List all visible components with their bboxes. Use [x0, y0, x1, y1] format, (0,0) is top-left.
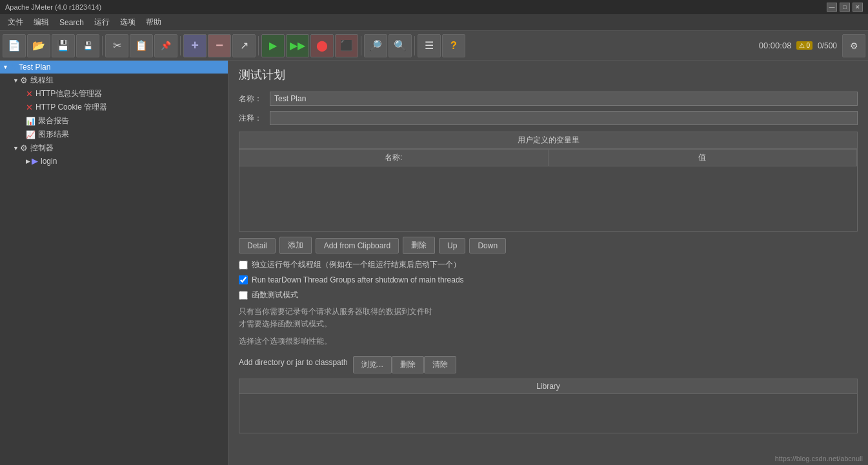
icon-thread-group: ⚙: [20, 75, 28, 85]
run-independent-row: 独立运行每个线程组（例如在一个组运行结束后启动下一个）: [239, 259, 858, 270]
watermark: https://blog.csdn.net/abcnull: [775, 455, 863, 462]
cut-button[interactable]: ✂: [105, 34, 128, 57]
action-buttons: Detail 添加 Add from Clipboard 删除 Up Down: [239, 237, 858, 254]
desc-line2: 才需要选择函数测试模式。: [239, 318, 858, 330]
user-vars-table: 名称: 值: [239, 149, 858, 232]
user-vars-header: 用户定义的变量里: [239, 132, 858, 149]
tree-node-http-cookie[interactable]: ✕ HTTP Cookie 管理器: [0, 101, 228, 114]
save-as-button[interactable]: 💾: [76, 34, 99, 57]
stop-button[interactable]: ⬤: [310, 34, 334, 57]
menu-run[interactable]: 运行: [89, 15, 115, 30]
arrow-test-plan: ▼: [3, 64, 8, 70]
menu-help[interactable]: 帮助: [141, 15, 167, 30]
run-independent-checkbox[interactable]: [239, 261, 248, 270]
menu-file[interactable]: 文件: [3, 15, 28, 30]
save-button[interactable]: 💾: [52, 34, 75, 57]
desc-line3: 选择这个选项很影响性能。: [239, 335, 858, 348]
app-title: Apache JMeter (4.0 r1823414): [5, 3, 101, 11]
tree-node-aggregate-report[interactable]: 📊 聚合报告: [0, 114, 228, 128]
clear-all-button[interactable]: 🔍: [389, 34, 412, 57]
sep3: [258, 36, 259, 55]
comment-label: 注释：: [239, 113, 270, 124]
maximize-btn[interactable]: □: [840, 3, 850, 12]
name-input[interactable]: [270, 92, 858, 106]
clear-classpath-button[interactable]: 清除: [424, 356, 456, 373]
menu-edit[interactable]: 编辑: [28, 15, 54, 30]
main-layout: ▼ A Test Plan ▼ ⚙ 线程组 ✕ HTTP信息头管理器 ✕ HTT…: [0, 61, 868, 465]
window-controls: — □ ✕: [827, 3, 863, 12]
settings-button[interactable]: ⚙: [842, 34, 865, 57]
icon-test-plan: A: [10, 62, 16, 72]
remove-button[interactable]: −: [208, 34, 231, 57]
minimize-btn[interactable]: —: [827, 3, 837, 12]
classpath-label: Add directory or jar to classpath: [239, 358, 348, 367]
label-graph-results: 图形结果: [38, 129, 69, 140]
detail-button[interactable]: Detail: [239, 238, 276, 253]
sep2: [180, 36, 181, 55]
run-button[interactable]: ▶: [261, 34, 285, 57]
label-controller: 控制器: [30, 143, 54, 153]
icon-http-cookie: ✕: [26, 103, 33, 112]
comment-input[interactable]: [270, 111, 858, 125]
tree-node-graph-results[interactable]: 📈 图形结果: [0, 128, 228, 141]
icon-aggregate-report: 📊: [26, 117, 35, 126]
desc-text2: 选择这个选项很影响性能。: [239, 335, 858, 348]
menu-options[interactable]: 选项: [115, 15, 141, 30]
tree-node-thread-group[interactable]: ▼ ⚙ 线程组: [0, 74, 228, 87]
desc-text: 只有当你需要记录每个请求从服务器取得的数据到文件时 才需要选择函数测试模式。: [239, 306, 858, 330]
icon-http-header: ✕: [26, 89, 33, 99]
clear-button[interactable]: 🔎: [364, 34, 387, 57]
help-button[interactable]: ?: [442, 34, 465, 57]
run-teardown-row: Run tearDown Thread Groups after shutdow…: [239, 275, 858, 284]
label-test-plan: Test Plan: [19, 63, 50, 72]
log-button[interactable]: ☰: [418, 34, 441, 57]
open-button[interactable]: 📂: [27, 34, 50, 57]
col-name: 名称:: [239, 150, 549, 166]
table-header: 名称: 值: [239, 150, 857, 166]
delete-var-button[interactable]: 删除: [403, 237, 435, 254]
tree-node-controller[interactable]: ▼ ⚙ 控制器: [0, 141, 228, 155]
menu-search[interactable]: Search: [54, 16, 89, 29]
col-value: 值: [549, 150, 858, 166]
delete-classpath-button[interactable]: 删除: [392, 356, 424, 373]
run-teardown-label: Run tearDown Thread Groups after shutdow…: [252, 275, 464, 284]
new-button[interactable]: 📄: [3, 34, 26, 57]
library-body: [239, 394, 857, 433]
sep4: [361, 36, 361, 55]
expand-button[interactable]: ↗: [232, 34, 256, 57]
icon-graph-results: 📈: [26, 130, 35, 139]
label-aggregate-report: 聚合报告: [38, 115, 69, 126]
functional-mode-row: 函数测试模式: [239, 290, 858, 301]
arrow-login: ▶: [26, 158, 30, 164]
right-panel: 测试计划 名称： 注释： 用户定义的变量里 名称: 值 Detail 添加 Ad…: [228, 61, 868, 465]
down-button[interactable]: Down: [469, 238, 506, 253]
browse-button[interactable]: 浏览...: [353, 356, 392, 373]
up-button[interactable]: Up: [439, 238, 465, 253]
icon-login: ▶: [32, 156, 38, 166]
library-header: Library: [239, 379, 857, 394]
name-row: 名称：: [239, 92, 858, 106]
table-body: [239, 166, 857, 231]
paste-button[interactable]: 📌: [154, 34, 177, 57]
tree-node-login[interactable]: ▶ ▶ login: [0, 155, 228, 167]
comment-row: 注释：: [239, 111, 858, 125]
close-btn[interactable]: ✕: [853, 3, 863, 12]
name-label: 名称：: [239, 94, 270, 104]
functional-mode-checkbox[interactable]: [239, 291, 248, 300]
label-http-cookie: HTTP Cookie 管理器: [35, 102, 107, 113]
run-independent-label: 独立运行每个线程组（例如在一个组运行结束后启动下一个）: [252, 259, 461, 270]
add-from-clipboard-button[interactable]: Add from Clipboard: [316, 238, 399, 253]
run-teardown-checkbox[interactable]: [239, 275, 248, 284]
tree-node-test-plan[interactable]: ▼ A Test Plan: [0, 61, 228, 74]
copy-button[interactable]: 📋: [130, 34, 153, 57]
add-button[interactable]: +: [183, 34, 207, 57]
label-thread-group: 线程组: [30, 75, 54, 86]
warning-icon: ⚠: [799, 42, 805, 49]
stop-all-button[interactable]: ⬛: [335, 34, 358, 57]
sep5: [414, 36, 415, 55]
run-all-button[interactable]: ▶▶: [286, 34, 309, 57]
add-var-button[interactable]: 添加: [279, 237, 312, 254]
toolbar: 📄 📂 💾 💾 ✂ 📋 📌 + − ↗ ▶ ▶▶ ⬤ ⬛ 🔎 🔍 ☰ ? 00:…: [0, 31, 868, 61]
tree-node-http-header[interactable]: ✕ HTTP信息头管理器: [0, 87, 228, 101]
library-table: Library: [239, 379, 858, 433]
